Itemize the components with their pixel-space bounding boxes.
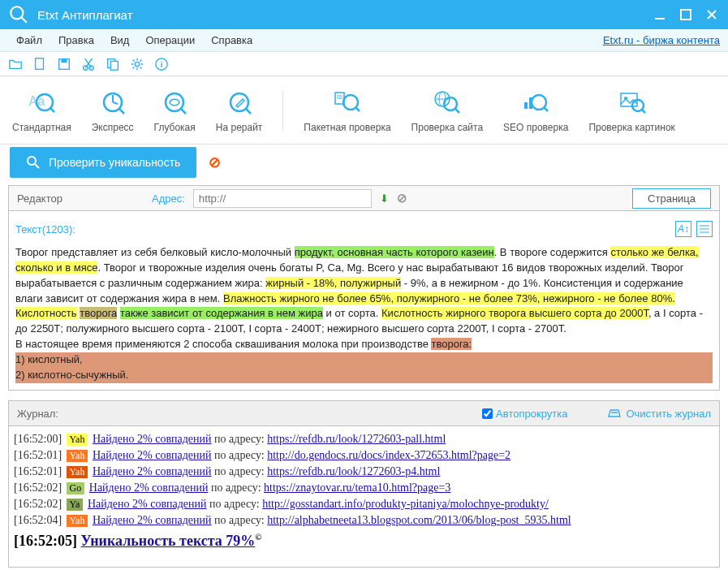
mode-site[interactable]: Проверка сайта bbox=[411, 88, 484, 133]
help-icon[interactable]: i bbox=[154, 57, 169, 71]
mode-standard-label: Стандартная bbox=[12, 122, 71, 133]
mode-deep[interactable]: Глубокая bbox=[154, 88, 196, 133]
svg-point-45 bbox=[632, 100, 644, 111]
svg-line-26 bbox=[181, 109, 186, 114]
clear-label: Очистить журнал bbox=[626, 408, 711, 420]
maximize-button[interactable] bbox=[678, 6, 694, 23]
svg-line-23 bbox=[113, 102, 118, 104]
svg-line-12 bbox=[85, 58, 92, 67]
open-folder-icon[interactable] bbox=[8, 57, 23, 71]
svg-line-28 bbox=[246, 109, 251, 114]
new-file-icon[interactable] bbox=[32, 57, 47, 71]
uniqueness-result: [16:52:05] Уникальность текста 79%© bbox=[14, 529, 714, 550]
journal-content[interactable]: [16:52:00] Yah Найдено 2% совпадений по … bbox=[8, 426, 720, 568]
svg-line-33 bbox=[355, 107, 360, 111]
mode-seo-label: SEO проверка bbox=[503, 122, 568, 133]
svg-point-25 bbox=[166, 93, 183, 111]
copy-icon[interactable] bbox=[106, 57, 120, 71]
match-link[interactable]: Найдено 2% совпадений bbox=[93, 449, 212, 461]
mode-batch-label: Пакетная проверка bbox=[304, 122, 390, 133]
app-logo-icon bbox=[8, 4, 29, 25]
mode-express-label: Экспресс bbox=[92, 122, 134, 133]
mode-site-label: Проверка сайта bbox=[411, 122, 484, 133]
mode-deep-label: Глубокая bbox=[154, 122, 196, 133]
url-link[interactable]: https://znaytovar.ru/tema10.html?page=3 bbox=[264, 481, 450, 494]
app-title: Etxt Антиплагиат bbox=[37, 8, 652, 22]
align-tool-icon[interactable] bbox=[696, 221, 713, 237]
svg-line-24 bbox=[119, 109, 124, 114]
menu-help[interactable]: Справка bbox=[203, 34, 261, 46]
cancel-icon[interactable]: ⊘ bbox=[209, 153, 221, 171]
url-link[interactable]: https://refdb.ru/look/1272603-p4.html bbox=[267, 465, 440, 477]
check-button-label: Проверить уникальность bbox=[49, 156, 180, 169]
mode-rewrite[interactable]: На рерайт bbox=[216, 88, 263, 133]
cut-icon[interactable] bbox=[81, 57, 96, 71]
actionbar: Проверить уникальность ⊘ bbox=[0, 145, 728, 180]
search-icon bbox=[26, 155, 41, 170]
svg-line-11 bbox=[85, 58, 92, 67]
external-link[interactable]: Etxt.ru - биржа контента bbox=[603, 34, 720, 46]
text-count-label: Текст(1203): bbox=[15, 223, 75, 235]
mode-rewrite-label: На рерайт bbox=[216, 122, 263, 133]
svg-point-0 bbox=[11, 6, 23, 19]
mode-express[interactable]: Экспресс bbox=[92, 88, 134, 133]
menu-file[interactable]: Файл bbox=[8, 34, 50, 46]
match-link[interactable]: Найдено 2% совпадений bbox=[93, 465, 212, 477]
menu-view[interactable]: Вид bbox=[102, 34, 138, 46]
close-button[interactable] bbox=[704, 6, 720, 23]
svg-point-37 bbox=[444, 97, 457, 110]
stop-icon[interactable]: ⊘ bbox=[397, 191, 407, 205]
svg-rect-3 bbox=[681, 10, 691, 19]
text-content[interactable]: Творог представляет из себя белковый кис… bbox=[15, 245, 713, 383]
page-tab[interactable]: Страница bbox=[632, 188, 711, 209]
svg-rect-2 bbox=[655, 18, 665, 19]
svg-text:i: i bbox=[161, 59, 163, 68]
settings-icon[interactable] bbox=[130, 57, 144, 71]
url-link[interactable]: http://gosstandart.info/produkty-pitaniy… bbox=[262, 498, 549, 510]
mode-seo[interactable]: SEO проверка bbox=[503, 88, 568, 133]
match-link[interactable]: Найдено 2% совпадений bbox=[93, 514, 212, 526]
autoscroll-checkbox[interactable]: Автопрокрутка bbox=[482, 408, 567, 420]
images-icon bbox=[618, 88, 647, 117]
menu-operations[interactable]: Операции bbox=[137, 34, 203, 46]
minimize-button[interactable] bbox=[652, 6, 668, 23]
editor-label: Редактор bbox=[17, 192, 62, 205]
clear-journal-button[interactable]: Очистить журнал bbox=[608, 408, 711, 420]
address-input[interactable] bbox=[193, 189, 372, 208]
match-link[interactable]: Найдено 2% совпадений bbox=[89, 481, 209, 494]
mode-batch[interactable]: Пакетная проверка bbox=[304, 88, 390, 133]
uniqueness-link[interactable]: Уникальность текста 79% bbox=[80, 533, 255, 549]
journal-bar: Журнал: Автопрокрутка Очистить журнал bbox=[8, 400, 720, 426]
menubar: Файл Правка Вид Операции Справка Etxt.ru… bbox=[0, 29, 728, 52]
log-row: [16:52:04] Yah Найдено 2% совпадений по … bbox=[14, 512, 714, 529]
svg-point-47 bbox=[28, 157, 36, 165]
menu-edit[interactable]: Правка bbox=[50, 34, 102, 46]
seo-icon bbox=[521, 88, 550, 117]
svg-line-46 bbox=[642, 110, 645, 113]
toolbar-separator bbox=[282, 90, 283, 131]
url-link[interactable]: http://do.gendocs.ru/docs/index-372653.h… bbox=[267, 449, 510, 461]
svg-line-1 bbox=[21, 17, 27, 23]
url-link[interactable]: http://alphabetneeta13.blogspot.com/2013… bbox=[267, 514, 571, 526]
broom-icon bbox=[608, 408, 621, 419]
editor-panel: Текст(1203): A↕ Творог представляет из с… bbox=[8, 211, 720, 391]
mode-images[interactable]: Проверка картинок bbox=[588, 88, 674, 133]
autoscroll-input[interactable] bbox=[482, 408, 493, 419]
titlebar: Etxt Антиплагиат bbox=[0, 0, 728, 29]
check-uniqueness-button[interactable]: Проверить уникальность bbox=[10, 147, 196, 178]
log-row: [16:52:02] Go Найдено 2% совпадений по а… bbox=[14, 480, 714, 496]
go-icon[interactable]: ⬇ bbox=[380, 192, 389, 205]
mode-standard[interactable]: Aa Стандартная bbox=[12, 88, 71, 133]
url-link[interactable]: https://refdb.ru/look/1272603-pall.html bbox=[267, 433, 446, 445]
svg-line-20 bbox=[50, 108, 54, 112]
svg-line-38 bbox=[455, 109, 459, 113]
svg-rect-14 bbox=[110, 61, 118, 70]
match-link[interactable]: Найдено 2% совпадений bbox=[88, 498, 207, 510]
rewrite-icon bbox=[225, 88, 254, 117]
svg-rect-39 bbox=[524, 102, 528, 109]
save-icon[interactable] bbox=[57, 57, 71, 71]
match-link[interactable]: Найдено 2% совпадений bbox=[93, 433, 212, 445]
svg-rect-6 bbox=[36, 58, 44, 69]
toolbar-main: Aa Стандартная Экспресс Глубокая На рера… bbox=[0, 76, 728, 145]
font-tool-icon[interactable]: A↕ bbox=[675, 221, 691, 237]
